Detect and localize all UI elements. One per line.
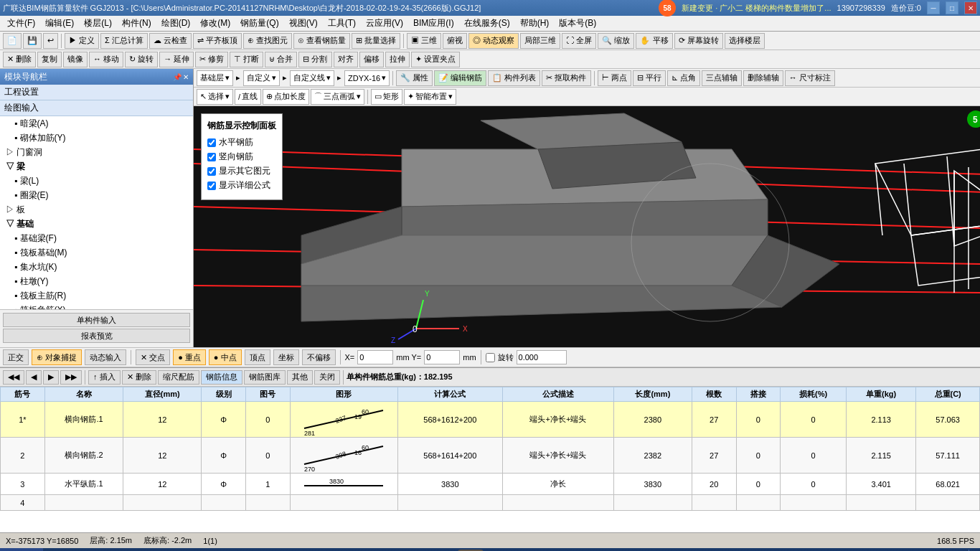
align-btn[interactable]: 对齐 — [334, 52, 358, 67]
cell-unit-wt[interactable]: 2.113 — [847, 402, 916, 438]
screen-rotate-btn[interactable]: ⟳ 屏幕旋转 — [674, 33, 723, 49]
cell-loss[interactable] — [781, 495, 847, 511]
cloud-check-btn[interactable]: ☁ 云检查 — [149, 33, 192, 49]
rect-dropdown[interactable]: ▭ 矩形 — [371, 89, 402, 105]
maximize-button[interactable]: □ — [946, 1, 958, 14]
cell-lap[interactable] — [736, 495, 781, 511]
dynamic-view-btn[interactable]: ◎ 动态观察 — [468, 33, 519, 49]
checkbox-show-other[interactable]: 显示其它图元 — [207, 165, 276, 177]
cell-lap[interactable]: 0 — [736, 402, 781, 438]
other-btn[interactable]: 其他 — [287, 370, 313, 385]
snap-btn[interactable]: ⊕ 对象捕捉 — [32, 349, 82, 365]
cell-grade[interactable]: Φ — [202, 438, 246, 474]
tree-item-quanliangE[interactable]: ▪ 圈梁(E) — [0, 188, 193, 202]
x-input[interactable] — [357, 350, 393, 364]
menu-item-f[interactable]: 文件(F) — [3, 16, 39, 31]
nav-first-btn[interactable]: ◀◀ — [3, 370, 24, 385]
minimize-button[interactable]: ─ — [927, 1, 940, 14]
menu-item-q[interactable]: 钢筋量(Q) — [236, 16, 283, 31]
cell-length[interactable] — [613, 495, 692, 511]
midpoint-btn[interactable]: ● 中点 — [209, 349, 242, 365]
attr-btn[interactable]: 🔧 属性 — [396, 70, 433, 86]
cell-id[interactable]: 2 — [1, 438, 45, 474]
cell-length[interactable]: 2380 — [613, 402, 692, 438]
tree-item-jichu[interactable]: ▽ 基础 — [0, 217, 193, 231]
cell-count[interactable] — [692, 495, 736, 511]
find-elem-btn[interactable]: ⊕ 查找图元 — [243, 33, 292, 49]
dynamic-input-btn[interactable]: 动态输入 — [85, 349, 126, 365]
top-view-btn[interactable]: 俯视 — [443, 33, 467, 49]
local-3d-btn[interactable]: 局部三维 — [520, 33, 560, 49]
smart-dropdown[interactable]: ✦ 智能布置 ▾ — [404, 89, 456, 105]
nav-close-btn[interactable]: ✕ — [183, 73, 189, 81]
table-row[interactable]: 3水平纵筋.112Φ138303830净长383020003.40168.021 — [1, 474, 980, 495]
cell-total-wt[interactable]: 57.063 — [916, 402, 980, 438]
single-part-input-btn[interactable]: 单构件输入 — [3, 313, 190, 327]
line-dropdown[interactable]: / 直线 — [235, 89, 261, 105]
cell-lap[interactable]: 0 — [736, 438, 781, 474]
cell-loss[interactable]: 0 — [781, 402, 847, 438]
tree-item-faban-M[interactable]: ▪ 筏板基础(M) — [0, 245, 193, 260]
cell-grade[interactable]: Φ — [202, 402, 246, 438]
rebar-info-btn[interactable]: 钢筋信息 — [201, 370, 242, 385]
y-input[interactable] — [424, 350, 460, 364]
break-btn[interactable]: ⊤ 打断 — [230, 52, 263, 67]
menu-item-v[interactable]: 云应用(V) — [362, 16, 407, 31]
intersection-btn[interactable]: ✕ 交点 — [136, 349, 170, 365]
cell-id[interactable]: 4 — [1, 495, 45, 511]
tree-item-menchuang[interactable]: ▷ 门窗洞 — [0, 145, 193, 159]
3d-btn[interactable]: ▣ 三维 — [407, 33, 441, 49]
mirror-btn[interactable]: 镜像 — [63, 52, 88, 67]
del-axis-btn[interactable]: 删除辅轴 — [743, 70, 783, 86]
cell-length[interactable]: 3830 — [613, 474, 692, 495]
cell-shape[interactable]: 2371928160 — [290, 402, 397, 438]
start-button[interactable]: ⊞ — [0, 548, 43, 551]
tree-item-anliangA[interactable]: ▪ 暗梁(A) — [0, 116, 193, 131]
cell-count[interactable]: 27 — [692, 402, 736, 438]
tree-item-qitiY[interactable]: ▪ 砌体加筋(Y) — [0, 131, 193, 145]
cell-fig-no[interactable]: 1 — [246, 474, 291, 495]
checkbox-horizontal[interactable]: 水平钢筋 — [207, 136, 276, 149]
toolbar-new-btn[interactable]: 📄 — [3, 33, 22, 49]
split-btn[interactable]: ⊟ 分割 — [298, 52, 331, 67]
tree-item-ban[interactable]: ▷ 板 — [0, 202, 193, 217]
nav-prev-btn[interactable]: ◀ — [26, 370, 42, 385]
cell-id[interactable]: 1* — [1, 402, 45, 438]
cell-total-wt[interactable]: 57.111 — [916, 438, 980, 474]
del-row-btn[interactable]: ✕ 删除 — [122, 370, 156, 385]
offset-btn[interactable]: 偏移 — [359, 52, 384, 67]
custom-line-dropdown[interactable]: 自定义线 ▾ — [290, 70, 334, 86]
close-table-btn[interactable]: 关闭 — [314, 370, 340, 385]
select-floor-btn[interactable]: 选择楼层 — [725, 33, 765, 49]
cell-loss[interactable]: 0 — [781, 438, 847, 474]
rebar-table-container[interactable]: 筋号 名称 直径(mm) 级别 图号 图形 计算公式 公式描述 长度(mm) 根… — [0, 387, 980, 532]
copy-btn[interactable]: 复制 — [37, 52, 62, 67]
delete-btn[interactable]: ✕ 删除 — [3, 52, 36, 67]
cell-formula[interactable]: 3830 — [397, 474, 502, 495]
arc-dropdown[interactable]: ⌒ 三点画弧 ▾ — [311, 89, 364, 105]
merge-btn[interactable]: ⊎ 合并 — [265, 52, 297, 67]
cell-grade[interactable] — [202, 495, 246, 511]
tree-item-liangL[interactable]: ▪ 梁(L) — [0, 174, 193, 188]
cell-total-wt[interactable] — [916, 495, 980, 511]
menu-item-b[interactable]: 版本号(B) — [555, 16, 600, 31]
coord-btn-snap[interactable]: 坐标 — [273, 349, 299, 365]
zoom-btn[interactable]: 🔍 缩放 — [598, 33, 634, 49]
no-offset-btn[interactable]: 不偏移 — [302, 349, 336, 365]
tree-item-liang[interactable]: ▽ 梁 — [0, 159, 193, 174]
menu-item-e[interactable]: 编辑(E) — [41, 16, 78, 31]
cell-formula[interactable] — [397, 495, 502, 511]
cell-name[interactable]: 横向钢筋.1 — [44, 402, 123, 438]
two-point-btn[interactable]: ⊢ 两点 — [598, 70, 631, 86]
pan-btn[interactable]: ✋ 平移 — [636, 33, 672, 49]
edit-rebar-btn[interactable]: 📝 编辑钢筋 — [434, 70, 486, 86]
cell-formula[interactable]: 568+1614+200 — [397, 438, 502, 474]
drawing-input-section[interactable]: 绘图输入 — [0, 100, 193, 116]
rebar-lib-btn[interactable]: 钢筋图库 — [244, 370, 286, 385]
insert-btn[interactable]: ↑ 插入 — [88, 370, 121, 385]
rotate-checkbox[interactable] — [486, 353, 495, 362]
menu-item-n[interactable]: 构件(N) — [118, 16, 156, 31]
extend-btn[interactable]: → 延伸 — [159, 52, 194, 67]
orthogonal-btn[interactable]: 正交 — [3, 349, 29, 365]
cell-desc[interactable]: 端头+净长+端头 — [503, 402, 614, 438]
